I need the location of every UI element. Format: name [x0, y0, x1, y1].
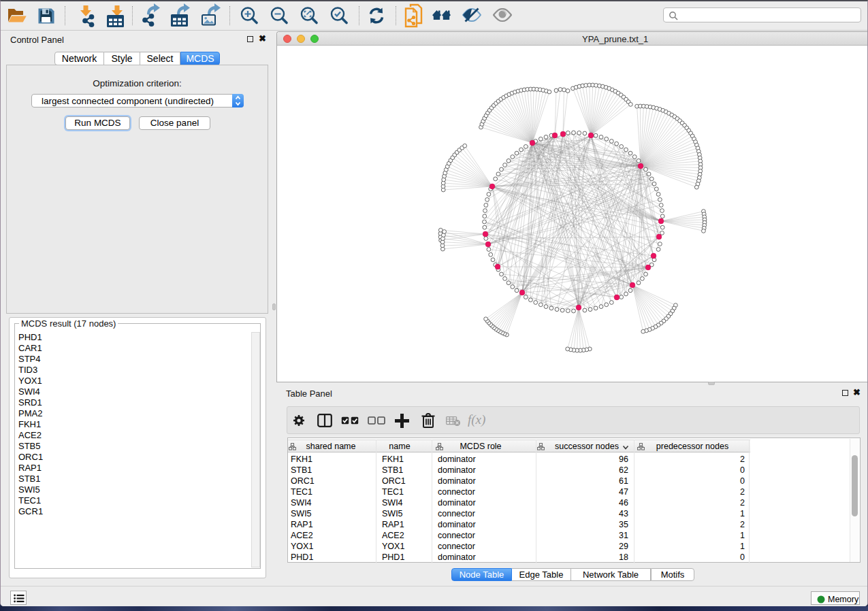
svg-text:f(x): f(x): [468, 413, 485, 427]
